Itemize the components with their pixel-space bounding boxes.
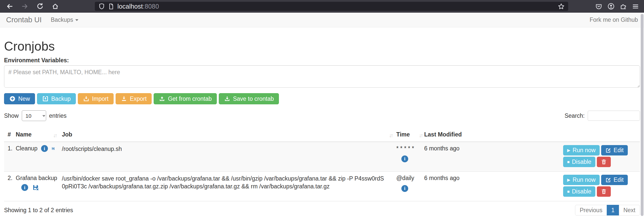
info-icon[interactable]: i [401,155,408,162]
reload-icon [37,3,44,10]
page-info-icon[interactable] [108,3,114,10]
url-port: :8080 [143,3,159,10]
shield-icon [98,3,105,10]
last-modified: 6 months ago [419,172,560,201]
plus-circle-icon [9,95,16,102]
cron-schedule: @daily [396,175,415,182]
star-icon [558,3,565,10]
get-from-crontab-label: Get from crontab [168,95,212,102]
backup-button[interactable]: Backup [37,93,76,104]
export-button[interactable]: Export [116,93,152,104]
save-to-crontab-label: Save to crontab [233,95,274,102]
info-icon[interactable]: i [41,145,48,152]
forward-icon [21,3,28,10]
new-button[interactable]: New [4,93,35,104]
header-actions [560,129,640,142]
header-last-modified[interactable]: Last Modified [419,129,560,142]
upload-icon [159,95,165,102]
home-icon [52,3,59,10]
floppy-remove-icon[interactable] [51,145,55,152]
pocket-icon[interactable] [595,3,602,10]
account-icon[interactable] [607,3,615,10]
search-input[interactable] [588,111,640,121]
row-time-cell: * * * * * i [394,142,419,172]
import-icon [83,95,90,102]
back-button[interactable] [4,1,15,11]
address-bar[interactable]: localhost:8080 [95,2,568,11]
extensions-puzzle-icon[interactable] [620,3,627,10]
floppy-save-icon [42,95,49,102]
caret-down-icon [75,19,78,23]
table-controls: Show 10 entries Search: [4,110,640,121]
header-time[interactable]: Time↓↑ [394,129,419,142]
cronjobs-table: # Name↓↑ Job↓↑ Time↓↑ Last Modified 1. C… [4,129,640,201]
entries-summary: Showing 1 to 2 of 2 entries [4,207,73,214]
row-time-cell: @daily i [394,172,419,201]
row-index: 1. [4,142,12,172]
edit-pencil-icon [605,177,611,183]
url-host: localhost [117,3,143,10]
floppy-remove-icon[interactable] [32,184,39,191]
info-icon[interactable]: i [21,184,28,191]
home-button[interactable] [50,1,61,11]
env-variables-textarea[interactable] [4,65,640,88]
edit-pencil-icon [605,147,611,153]
backups-dropdown[interactable]: Backups [51,16,78,23]
edit-button[interactable]: Edit [601,175,628,185]
browser-toolbar: localhost:8080 [0,0,644,13]
header-job[interactable]: Job↓↑ [58,129,394,142]
backup-label: Backup [51,95,71,102]
row-name-cell: Cleanup i [12,142,58,172]
page-length-group: Show 10 entries [4,110,67,121]
disable-button[interactable]: ■Disable [563,157,595,167]
trash-icon [601,188,607,195]
job-command: /usr/bin/docker save root_grafana -o /va… [58,172,394,201]
bookmark-button[interactable] [558,3,565,10]
import-label: Import [92,95,109,102]
get-from-crontab-button[interactable]: Get from crontab [154,93,217,104]
export-icon [121,95,127,102]
cron-schedule: * * * * * [396,145,415,152]
env-variables-label: Environment Variables: [4,57,640,64]
export-label: Export [130,95,147,102]
table-footer: Showing 1 to 2 of 2 entries Previous 1 N… [4,205,640,215]
run-now-button[interactable]: ▶Run now [563,175,600,185]
scrollbar[interactable] [640,13,644,218]
play-icon: ▶ [567,148,570,152]
pagination-next[interactable]: Next [619,205,640,215]
edit-button[interactable]: Edit [601,145,628,155]
sort-both-icon[interactable]: ↓↑ [389,132,392,138]
scrollbar-thumb[interactable] [641,14,643,216]
job-name: Cleanup [16,145,38,152]
menu-hamburger-icon[interactable] [632,3,639,10]
row-actions-cell: ▶Run now Edit ■Disable [560,172,640,201]
import-button[interactable]: Import [78,93,114,104]
browser-action-icons [595,3,640,10]
pagination: Previous 1 Next [575,205,640,215]
pagination-page-1[interactable]: 1 [607,205,619,215]
table-row: 2. Grafana backup i /usr/bin/docker save… [4,172,640,201]
header-name[interactable]: Name↓↑ [12,129,58,142]
delete-button[interactable] [597,186,611,197]
app-navbar: Crontab UI Backups Fork me on Github [0,13,644,27]
page-length-select[interactable]: 10 [22,110,46,121]
row-name-cell: Grafana backup i [12,172,58,201]
search-label: Search: [565,112,585,119]
pagination-previous[interactable]: Previous [575,205,607,215]
save-to-crontab-button[interactable]: Save to crontab [219,93,279,104]
entries-label: entries [49,112,67,119]
header-index: # [4,129,12,142]
run-now-button[interactable]: ▶Run now [563,145,600,155]
disable-button[interactable]: ■Disable [563,186,595,197]
delete-button[interactable] [597,157,611,167]
info-icon[interactable]: i [401,185,408,192]
brand-crontab-ui[interactable]: Crontab UI [6,16,42,24]
reload-button[interactable] [34,1,46,11]
row-index: 2. [4,172,12,201]
download-icon [224,95,230,102]
fork-me-link[interactable]: Fork me on Github [590,16,638,23]
sort-both-icon[interactable]: ↓↑ [53,132,56,138]
job-name: Grafana backup [16,175,57,182]
row-actions-cell: ▶Run now Edit ■Disable [560,142,640,172]
forward-button[interactable] [19,1,30,11]
